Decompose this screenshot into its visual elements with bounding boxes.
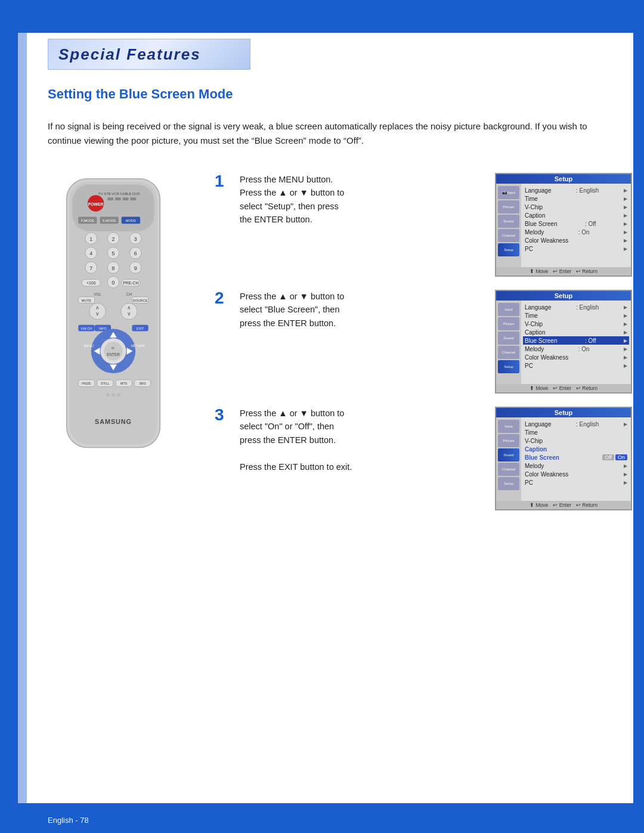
- sidebar-channel-3: Channel: [498, 463, 519, 476]
- tv-sidebar-3: Input Picture Sound Channel Setup: [496, 417, 521, 501]
- menu-bluescreen-3: Blue Screen Off On: [525, 453, 627, 462]
- svg-text:MODE: MODE: [126, 219, 137, 222]
- menu-time-2: Time▶: [525, 311, 627, 320]
- svg-text:P.MODE: P.MODE: [81, 219, 94, 222]
- step-3-left: 3 Press the ▲ or ▼ button to select "On"…: [215, 407, 490, 473]
- svg-text:∨: ∨: [95, 311, 100, 317]
- step-1-text: Press the MENU button. Press the ▲ or ▼ …: [240, 173, 490, 227]
- svg-text:4: 4: [89, 250, 92, 256]
- tv-header-3: Setup: [496, 408, 631, 417]
- svg-point-64: [104, 342, 122, 360]
- svg-text:VOL: VOL: [94, 292, 101, 296]
- svg-text:MUTE: MUTE: [82, 299, 92, 302]
- step-3: 3 Press the ▲ or ▼ button to select "On"…: [215, 407, 632, 510]
- tv-header-2: Setup: [496, 291, 631, 301]
- svg-text:7: 7: [89, 265, 92, 271]
- tv-content-1: Language: English▶ Time▶ V-Chip▶ Caption…: [521, 184, 631, 267]
- svg-rect-6: [107, 197, 113, 200]
- svg-text:∧: ∧: [95, 305, 100, 311]
- step-2: 2 Press the ▲ or ▼ button to select "Blu…: [215, 290, 632, 394]
- menu-melody-1: Melody: On▶: [525, 228, 627, 236]
- sidebar-picture-3: Picture: [498, 434, 519, 447]
- svg-text:SOURCE: SOURCE: [133, 299, 148, 302]
- tv-screen-1: Setup 📷Input Picture Sound Channel: [495, 173, 632, 277]
- menu-pc-1: PC▶: [525, 244, 627, 253]
- svg-text:POWER: POWER: [88, 202, 104, 206]
- sidebar-picture-1: Picture: [498, 200, 519, 213]
- right-blue-bar: [633, 0, 644, 833]
- step-3-number: 3: [215, 407, 233, 423]
- step-3-text: Press the ▲ or ▼ button to select "On" o…: [240, 407, 490, 473]
- step-1-number: 1: [215, 173, 233, 190]
- sidebar-input-2: Input: [498, 303, 519, 316]
- bottom-blue-bar: [0, 803, 644, 833]
- sidebar-channel-2: Channel: [498, 346, 519, 359]
- svg-text:PRE-CH: PRE-CH: [123, 281, 138, 285]
- top-blue-bar: [0, 0, 644, 33]
- svg-text:TV  STB  VCR  CABLE  DVD: TV STB VCR CABLE DVD: [98, 192, 140, 196]
- sidebar-picture-2: Picture: [498, 317, 519, 330]
- svg-rect-9: [130, 197, 136, 200]
- svg-text:ENTER: ENTER: [107, 352, 120, 357]
- svg-point-77: [106, 393, 110, 397]
- svg-text:MTS: MTS: [120, 382, 128, 385]
- tv-content-2: Language: English▶ Time▶ V-Chip▶ Caption…: [521, 301, 631, 384]
- menu-melody-3: Melody▶: [525, 462, 627, 470]
- svg-text:CH: CH: [126, 292, 132, 296]
- menu-pc-2: PC▶: [525, 361, 627, 370]
- menu-pc-3: PC▶: [525, 478, 627, 487]
- tv-footer-3: ⬆ Move ↩ Enter ↩ Return: [496, 501, 631, 509]
- svg-text:9: 9: [134, 265, 137, 271]
- menu-colorweakness-1: Color Weakness▶: [525, 236, 627, 244]
- tv-content-3: Language: English▶ Time V-Chip Caption B…: [521, 417, 631, 501]
- svg-text:FAV.CH: FAV.CH: [81, 327, 92, 330]
- sidebar-setup-3: Setup: [498, 477, 519, 490]
- menu-vchip-3: V-Chip: [525, 436, 627, 445]
- svg-text:1: 1: [89, 236, 92, 242]
- svg-text:∨: ∨: [127, 311, 131, 317]
- step-2-text: Press the ▲ or ▼ button to select "Blue …: [240, 290, 490, 330]
- section-heading: Setting the Blue Screen Mode: [48, 86, 233, 102]
- step-1: 1 Press the MENU button. Press the ▲ or …: [215, 173, 632, 277]
- tv-body-3: Input Picture Sound Channel Setup: [496, 417, 631, 501]
- tv-footer-1: ⬆ Move ↩ Enter ↩ Return: [496, 267, 631, 275]
- step-2-left: 2 Press the ▲ or ▼ button to select "Blu…: [215, 290, 490, 330]
- svg-text:8: 8: [112, 265, 115, 271]
- svg-text:6: 6: [134, 250, 137, 256]
- svg-text:S.MODE: S.MODE: [103, 219, 116, 222]
- sidebar-input-3: Input: [498, 420, 519, 433]
- tv-body-1: 📷Input Picture Sound Channel Setup: [496, 184, 631, 267]
- menu-bluescreen-1: Blue Screen: Off▶: [525, 219, 627, 228]
- menu-caption-1: Caption▶: [525, 211, 627, 219]
- tv-sidebar-2: Input Picture Sound Channel Setup: [496, 301, 521, 384]
- sidebar-setup-2: Setup: [498, 360, 519, 373]
- menu-vchip-1: V-Chip▶: [525, 203, 627, 211]
- svg-text:INFO: INFO: [99, 327, 107, 330]
- svg-rect-8: [123, 197, 129, 200]
- tv-screen-2: Setup Input Picture Sound Channel: [495, 290, 632, 394]
- svg-text:0: 0: [112, 280, 115, 286]
- svg-point-79: [117, 393, 120, 397]
- sidebar-sound-3: Sound: [498, 448, 519, 462]
- menu-language-2: Language: English▶: [525, 303, 627, 311]
- svg-text:⟳: ⟳: [112, 346, 115, 350]
- steps-area: 1 Press the MENU button. Press the ▲ or …: [215, 173, 632, 521]
- svg-text:MENU: MENU: [84, 344, 94, 348]
- sidebar-channel-1: Channel: [498, 229, 519, 242]
- left-accent: [18, 0, 27, 833]
- svg-text:SRS: SRS: [139, 382, 145, 385]
- svg-text:STILL: STILL: [101, 382, 109, 385]
- sidebar-sound-1: Sound: [498, 215, 519, 228]
- svg-rect-7: [115, 197, 121, 200]
- footer-text: English - 78: [48, 816, 89, 825]
- tv-sidebar-1: 📷Input Picture Sound Channel Setup: [496, 184, 521, 267]
- svg-text:3: 3: [134, 236, 137, 242]
- step-1-left: 1 Press the MENU button. Press the ▲ or …: [215, 173, 490, 227]
- tv-header-1: Setup: [496, 174, 631, 184]
- left-blue-bar: [0, 0, 18, 833]
- menu-time-1: Time▶: [525, 194, 627, 203]
- tv-screen-3: Setup Input Picture Sound Channel: [495, 407, 632, 510]
- menu-vchip-2: V-Chip▶: [525, 320, 627, 328]
- svg-text:+100: +100: [86, 281, 96, 285]
- menu-colorweakness-3: Color Weakness▶: [525, 470, 627, 478]
